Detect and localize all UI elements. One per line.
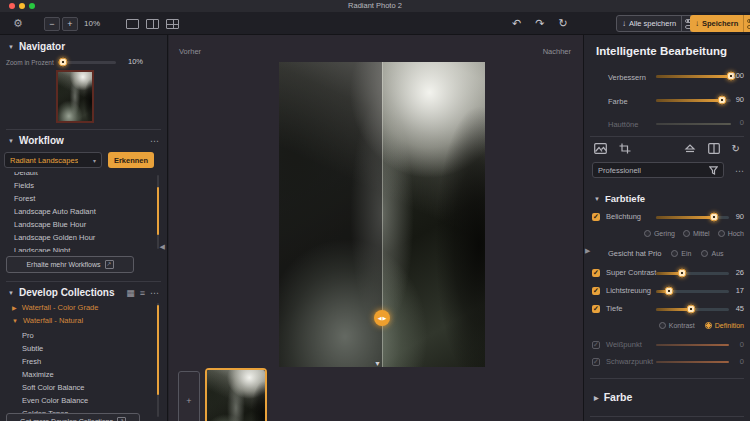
chevron-down-icon[interactable]: ▼: [8, 138, 14, 144]
more-collections-label: Get more Develop Collections: [20, 418, 113, 421]
save-label: Speichern: [702, 19, 738, 28]
belichtung-checkbox[interactable]: ✓: [592, 213, 600, 221]
filmstrip-toggle-icon[interactable]: ▼: [374, 360, 381, 367]
collection-group[interactable]: Waterfall - Color Grade: [22, 303, 99, 312]
preset-dropdown[interactable]: Professionell: [592, 162, 724, 178]
collapse-right-panel-icon[interactable]: ▶: [585, 247, 590, 255]
level-option-mittel[interactable]: Mittel: [683, 230, 710, 237]
settings-gear-icon[interactable]: ⚙: [13, 17, 23, 30]
workflow-item[interactable]: Landscape Blue Hour: [14, 218, 152, 231]
develop-item[interactable]: Even Color Balance: [22, 394, 152, 407]
rotate-icon[interactable]: ↻: [732, 143, 740, 154]
chevron-down-icon[interactable]: ▼: [594, 196, 600, 202]
workflow-item[interactable]: Forest: [14, 192, 152, 205]
add-image-button[interactable]: +: [178, 371, 200, 421]
navigator-zoom-slider[interactable]: [58, 61, 116, 64]
super-contrast-checkbox[interactable]: ✓: [592, 269, 600, 277]
face-prio-ein[interactable]: Ein: [671, 250, 691, 257]
split-view-icon[interactable]: [146, 19, 159, 29]
workflow-menu-icon[interactable]: ⋯: [150, 136, 160, 146]
slider-thumb[interactable]: [58, 58, 67, 67]
compare-slider-handle[interactable]: ◀ ▶: [374, 310, 390, 326]
save-all-label: Alle speichern: [629, 19, 676, 28]
schwarzpunkt-slider[interactable]: [656, 361, 729, 363]
develop-item[interactable]: Pro: [22, 329, 152, 342]
collapse-left-panel-icon[interactable]: ◀: [160, 243, 165, 251]
undo-icon[interactable]: ↶: [512, 17, 521, 30]
chevron-down-icon[interactable]: ▼: [8, 44, 14, 50]
radio-icon: [701, 250, 708, 257]
workflow-item[interactable]: Landscape Golden Hour: [14, 231, 152, 244]
super-contrast-slider[interactable]: [656, 272, 729, 275]
slider-thumb[interactable]: [678, 269, 687, 278]
detect-button-label: Erkennen: [114, 156, 148, 165]
slider-value: 0: [740, 340, 744, 349]
zoom-out-button[interactable]: −: [44, 17, 60, 31]
develop-item[interactable]: Soft Color Balance: [22, 381, 152, 394]
farbe-slider[interactable]: [656, 99, 731, 102]
slider-label: Tiefe: [606, 304, 622, 313]
more-workflows-button[interactable]: Erhalte mehr Workflows ↗: [6, 256, 134, 273]
chevron-down-icon[interactable]: ▼: [12, 318, 18, 324]
develop-scrollbar[interactable]: [157, 303, 159, 417]
lichtstreuung-slider[interactable]: [656, 290, 729, 293]
preset-menu-icon[interactable]: ⋯: [735, 166, 745, 176]
detect-button[interactable]: Erkennen: [108, 152, 154, 168]
save-options[interactable]: [744, 15, 750, 32]
lichtstreuung-checkbox[interactable]: ✓: [592, 287, 600, 295]
slider-thumb[interactable]: [718, 96, 727, 105]
eject-presets-icon[interactable]: [684, 143, 696, 154]
schwarzpunkt-checkbox[interactable]: ✓: [592, 358, 600, 366]
weisspunkt-slider[interactable]: [656, 344, 729, 346]
workflow-preset-dropdown[interactable]: Radiant Landscapes ▾: [4, 152, 102, 168]
tiefe-checkbox[interactable]: ✓: [592, 305, 600, 313]
develop-menu-icon[interactable]: ⋯: [150, 288, 160, 298]
save-split-button: ↓ Speichern: [690, 15, 750, 32]
divider: [6, 281, 161, 282]
belichtung-slider[interactable]: [656, 216, 729, 219]
chevron-right-icon[interactable]: ▶: [12, 304, 17, 311]
list-view-icon[interactable]: ≡: [140, 288, 145, 298]
crop-icon[interactable]: [619, 143, 631, 154]
tiefe-slider[interactable]: [656, 308, 729, 311]
collection-group[interactable]: Waterfall - Natural: [23, 316, 83, 325]
reset-icon[interactable]: ↻: [558, 17, 567, 30]
workflow-item[interactable]: Landscape Night: [14, 244, 152, 252]
preset-value: Professionell: [598, 166, 641, 175]
mode-kontrast[interactable]: Kontrast: [659, 322, 695, 329]
grid-view-icon[interactable]: ▦: [126, 288, 135, 298]
workflow-item[interactable]: Default: [14, 172, 152, 179]
verbessern-slider[interactable]: [656, 75, 731, 78]
develop-item[interactable]: Fresh: [22, 355, 152, 368]
slider-thumb[interactable]: [710, 213, 719, 222]
level-option-gering[interactable]: Gering: [644, 230, 675, 237]
workflow-scrollbar[interactable]: [157, 175, 159, 249]
redo-icon[interactable]: ↷: [535, 17, 544, 30]
save-button[interactable]: ↓ Speichern: [690, 15, 744, 32]
filmstrip-thumbnail[interactable]: [205, 368, 267, 421]
image-icon[interactable]: [594, 143, 607, 154]
single-view-icon[interactable]: [126, 19, 139, 29]
level-option-hoch[interactable]: Hoch: [718, 230, 744, 237]
weisspunkt-checkbox[interactable]: ✓: [592, 341, 600, 349]
develop-item[interactable]: Subtle: [22, 342, 152, 355]
workflow-item[interactable]: Landscape Auto Radiant: [14, 205, 152, 218]
slider-thumb[interactable]: [687, 305, 696, 314]
workflow-item[interactable]: Fields: [14, 179, 152, 192]
chevron-right-icon[interactable]: ▶: [594, 394, 599, 401]
slider-label: Hauttöne: [608, 120, 638, 129]
more-collections-button[interactable]: Get more Develop Collections ↗: [6, 413, 140, 421]
chevron-down-icon[interactable]: ▼: [8, 290, 14, 296]
save-all-button[interactable]: ↓ Alle speichern: [617, 16, 682, 31]
zoom-in-button[interactable]: +: [62, 17, 78, 31]
mode-definition[interactable]: Definition: [705, 322, 744, 329]
slider-thumb[interactable]: [665, 287, 674, 296]
face-prio-aus[interactable]: Aus: [701, 250, 723, 257]
hauttoene-slider[interactable]: [656, 123, 731, 125]
develop-item[interactable]: Maximize: [22, 368, 152, 381]
grid-view-icon[interactable]: [166, 19, 179, 29]
navigator-thumbnail[interactable]: [56, 70, 94, 123]
compare-view-icon[interactable]: [708, 143, 720, 154]
preview-image[interactable]: ◀ ▶: [279, 62, 485, 367]
after-label: Nachher: [543, 47, 571, 56]
